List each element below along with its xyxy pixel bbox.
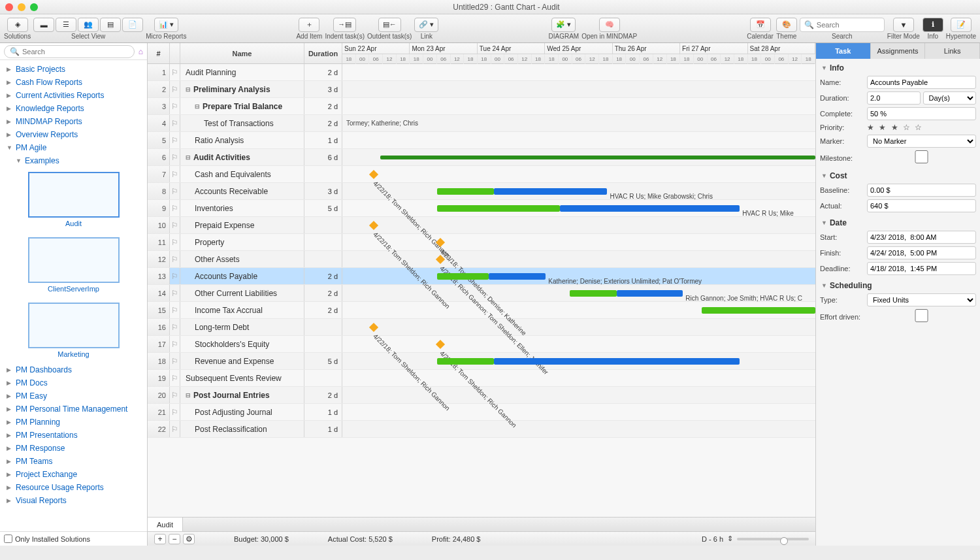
outdent-button[interactable]: ▤←: [378, 18, 401, 32]
sidebar-item[interactable]: ▶PM Planning: [0, 416, 147, 429]
task-name-cell[interactable]: Cash and Equivalents: [180, 166, 304, 182]
task-row[interactable]: 20⚐⊟Post Journal Entries2 d: [148, 387, 815, 404]
example-thumbnail[interactable]: [28, 172, 120, 218]
solutions-button[interactable]: ◈: [7, 18, 28, 32]
diagram-button[interactable]: 🧩 ▾: [551, 18, 576, 32]
close-window-icon[interactable]: [5, 3, 13, 11]
task-name-cell[interactable]: ⊟Post Journal Entries: [180, 387, 304, 403]
flag-icon[interactable]: ⚐: [170, 336, 180, 352]
flag-icon[interactable]: ⚐: [170, 370, 180, 386]
task-row[interactable]: 2⚐⊟Preliminary Analysis3 d: [148, 81, 815, 98]
filter-button[interactable]: ▼: [893, 18, 914, 32]
complete-input[interactable]: [867, 107, 976, 120]
task-row[interactable]: 9⚐Inventories5 dHVAC R Us; Mike: [148, 200, 815, 217]
task-row[interactable]: 18⚐Revenue and Expense5 d: [148, 353, 815, 370]
minimize-window-icon[interactable]: [18, 3, 25, 11]
duration-input[interactable]: [867, 91, 921, 105]
marker-select[interactable]: No Marker: [867, 135, 976, 148]
task-row[interactable]: 13⚐Accounts Payable2 dKatherine; Denise;…: [148, 268, 815, 285]
zoom-slider[interactable]: [737, 538, 809, 540]
collapse-icon[interactable]: ⊟: [186, 392, 191, 399]
summary-bar[interactable]: [380, 156, 815, 159]
flag-icon[interactable]: ⚐: [170, 132, 180, 148]
task-name-cell[interactable]: Other Assets: [180, 251, 304, 267]
task-name-cell[interactable]: Income Tax Accrual: [180, 302, 304, 318]
task-row[interactable]: 8⚐Accounts Receivable3 dHVAC R Us; Mike …: [148, 183, 815, 200]
gantt-bar[interactable]: Katherine; Denise; Exteriors Unlimited; …: [489, 273, 546, 280]
gantt-bar[interactable]: [437, 205, 560, 212]
sidebar-item[interactable]: ▶Basic Projects: [0, 63, 147, 76]
sidebar-item[interactable]: ▶PM Teams: [0, 455, 147, 468]
milestone-icon[interactable]: 4/22/18; Tom Sheldon; Rich Gannon: [369, 170, 378, 179]
task-row[interactable]: 14⚐Other Current Liabilities2 dRich Gann…: [148, 285, 815, 302]
task-name-cell[interactable]: ⊟Preliminary Analysis: [180, 81, 304, 97]
sidebar-item[interactable]: ▶PM Presentations: [0, 429, 147, 442]
sidebar-item[interactable]: ▶PM Docs: [0, 376, 147, 389]
sidebar-item[interactable]: ▶Overview Reports: [0, 128, 147, 141]
sidebar-item-examples[interactable]: ▼Examples: [0, 154, 147, 167]
flag-icon[interactable]: ⚐: [170, 285, 180, 301]
task-name-cell[interactable]: Stockholders's Equity: [180, 336, 304, 352]
task-name-cell[interactable]: Other Current Liabilities: [180, 285, 304, 301]
task-name-cell[interactable]: Accounts Receivable: [180, 183, 304, 199]
inspector-tab-assignments[interactable]: Assignments: [871, 43, 926, 59]
view-reports-button[interactable]: 📄: [122, 18, 143, 32]
task-row[interactable]: 5⚐Ratio Analysis1 d: [148, 132, 815, 149]
collapse-icon[interactable]: ⊟: [186, 86, 191, 93]
effort-driven-checkbox[interactable]: [867, 309, 976, 322]
task-name-cell[interactable]: Revenue and Expense: [180, 353, 304, 369]
task-name-cell[interactable]: ⊟Prepare Trial Balance: [180, 98, 304, 114]
gantt-bar[interactable]: HVAC R Us; Mike Grabowski; Chris: [494, 188, 608, 195]
flag-icon[interactable]: ⚐: [170, 268, 180, 284]
hypernote-button[interactable]: 📝: [951, 18, 972, 32]
sidebar-item[interactable]: ▶PM Dashboards: [0, 363, 147, 376]
deadline-input[interactable]: [867, 262, 976, 275]
view-tasks-button[interactable]: ☰: [56, 18, 76, 32]
task-row[interactable]: 12⚐Other Assets4/23/18; Rich Gannon; Tom…: [148, 251, 815, 268]
task-row[interactable]: 22⚐Post Reclassification1 d: [148, 421, 815, 438]
add-row-button[interactable]: +: [154, 534, 166, 544]
sidebar-item[interactable]: ▶Current Activities Reports: [0, 89, 147, 102]
indent-button[interactable]: →▤: [333, 18, 356, 32]
task-row[interactable]: 15⚐Income Tax Accrual2 d: [148, 302, 815, 319]
mindmap-button[interactable]: 🧠: [599, 18, 620, 32]
add-item-button[interactable]: ＋: [299, 18, 319, 32]
sidebar-item[interactable]: ▶Resource Usage Reports: [0, 481, 147, 494]
collapse-icon[interactable]: ⊟: [195, 103, 200, 110]
task-name-cell[interactable]: Ratio Analysis: [180, 132, 304, 148]
sidebar-item-pm-agile[interactable]: ▼PM Agile: [0, 141, 147, 154]
task-row[interactable]: 3⚐⊟Prepare Trial Balance2 d: [148, 98, 815, 115]
flag-icon[interactable]: ⚐: [170, 166, 180, 182]
task-row[interactable]: 10⚐Prepaid Expense4/22/18; Tom Sheldon; …: [148, 217, 815, 234]
milestone-icon[interactable]: 4/22/18; Tom Sheldon; Rich Gannon: [369, 221, 378, 230]
task-row[interactable]: 11⚐Property4/23/18; Tom Sheldon; Denise;…: [148, 234, 815, 251]
info-button[interactable]: ℹ: [923, 18, 943, 32]
toolbar-search[interactable]: 🔍: [800, 18, 885, 32]
zoom-window-icon[interactable]: [30, 3, 38, 11]
micro-reports-button[interactable]: 📊 ▾: [154, 18, 178, 32]
example-thumbnail[interactable]: [28, 237, 120, 283]
milestone-icon[interactable]: 4/23/18; Tom Sheldon; Rich Gannon: [436, 340, 445, 349]
only-installed-checkbox[interactable]: [4, 535, 12, 543]
milestone-icon[interactable]: 4/23/18; Rich Gannon; Tom Sheldon; Ellen…: [436, 255, 445, 264]
priority-stars[interactable]: ★ ★ ★ ☆ ☆: [867, 123, 976, 132]
task-row[interactable]: 19⚐Subsequent Events Review: [148, 370, 815, 387]
baseline-input[interactable]: [867, 184, 976, 197]
gantt-bar[interactable]: [494, 358, 740, 365]
task-name-cell[interactable]: Audit Planning: [180, 64, 304, 80]
sidebar-item[interactable]: ▶PM Personal Time Management: [0, 403, 147, 416]
milestone-icon[interactable]: 4/22/18; Tom Sheldon; Rich Gannon: [369, 323, 378, 332]
actual-cost-input[interactable]: [867, 199, 976, 212]
calendar-button[interactable]: 📅: [750, 18, 771, 32]
sidebar-item[interactable]: ▶Project Exchange: [0, 468, 147, 481]
inspector-tab-links[interactable]: Links: [925, 43, 980, 59]
view-resources-button[interactable]: 👥: [78, 18, 99, 32]
view-usage-button[interactable]: ▤: [100, 18, 121, 32]
task-name-cell[interactable]: Inventories: [180, 200, 304, 216]
task-name-cell[interactable]: Test of Transactions: [180, 115, 304, 131]
sidebar-item[interactable]: ▶MINDMAP Reports: [0, 115, 147, 128]
flag-icon[interactable]: ⚐: [170, 64, 180, 80]
task-name-cell[interactable]: Post Reclassification: [180, 421, 304, 437]
task-name-cell[interactable]: ⊟Audit Activities: [180, 149, 304, 165]
duration-unit-select[interactable]: Day(s): [923, 91, 977, 105]
